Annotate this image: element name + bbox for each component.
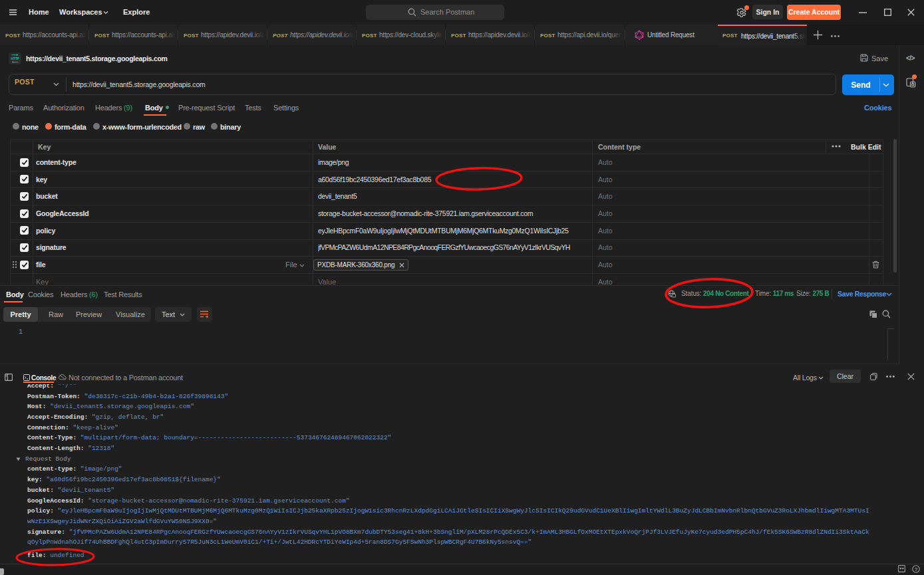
svg-text:?: ?: [915, 566, 918, 572]
svg-text:HTTP: HTTP: [11, 57, 19, 60]
